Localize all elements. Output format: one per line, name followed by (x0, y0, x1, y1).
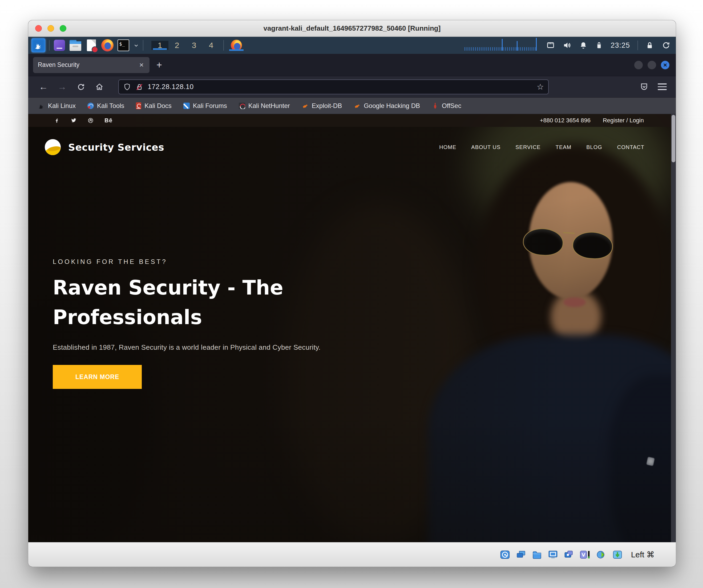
google-hacking-db-favicon (354, 102, 361, 109)
file-manager-icon (70, 42, 81, 51)
bookmark-label: Google Hacking DB (364, 102, 420, 109)
nav-contact[interactable]: CONTACT (617, 144, 644, 150)
network-tray-button[interactable] (546, 41, 555, 50)
vbox-display-indicator[interactable] (547, 550, 559, 560)
vbox-network-indicator[interactable] (516, 550, 527, 560)
bookmark-kali-linux[interactable]: Kali Linux (38, 102, 76, 109)
site-nav: HOME ABOUT US SERVICE TEAM BLOG CONTACT (439, 144, 644, 150)
cpu-activity-graph[interactable] (465, 39, 536, 52)
taskbar-firefox-window[interactable] (228, 40, 245, 51)
pocket-button[interactable] (640, 82, 649, 91)
bookmark-kali-tools[interactable]: Kali Tools (87, 102, 124, 109)
file-manager-button[interactable] (69, 39, 82, 52)
insecure-connection-indicator[interactable] (135, 83, 143, 91)
learn-more-button[interactable]: LEARN MORE (53, 365, 142, 389)
svg-text:V: V (581, 552, 585, 558)
vbox-host-capture-indicator[interactable] (612, 550, 623, 560)
hero-section: LOOKING FOR THE BEST? Raven Security - T… (53, 258, 362, 389)
nav-team[interactable]: TEAM (556, 144, 572, 150)
facebook-link[interactable] (54, 118, 60, 124)
kali-menu-button[interactable] (31, 39, 45, 52)
vbox-features-indicator[interactable]: V (579, 550, 591, 560)
new-tab-button[interactable]: + (156, 60, 162, 71)
twitter-link[interactable] (70, 117, 77, 124)
nav-service[interactable]: SERVICE (516, 144, 540, 150)
vbox-shared-folders-indicator[interactable] (531, 550, 543, 560)
bookmark-star-button[interactable]: ☆ (537, 82, 544, 91)
offsec-favicon (432, 102, 439, 109)
kali-nethunter-favicon (239, 102, 245, 109)
firefox-minimize-button[interactable] (634, 61, 643, 69)
vbox-mouse-integration-indicator[interactable] (596, 550, 607, 560)
macos-desktop: vagrant-kali_default_1649657277982_50460… (0, 0, 703, 588)
dribbble-link[interactable] (87, 117, 94, 124)
tab-raven-security[interactable]: Raven Security × (33, 57, 150, 73)
back-button[interactable]: ← (36, 79, 51, 95)
workspace-3[interactable]: 3 (185, 41, 203, 50)
app-grid-icon (54, 40, 65, 51)
workspace-4[interactable]: 4 (203, 41, 220, 50)
phone-number: +880 012 3654 896 (540, 117, 591, 124)
kali-docs-favicon (136, 102, 141, 109)
vbox-recording-indicator[interactable] (563, 550, 574, 560)
logout-icon (661, 41, 671, 50)
bookmark-offsec[interactable]: OffSec (432, 102, 461, 109)
firefox-close-button[interactable]: × (661, 61, 670, 69)
nav-home[interactable]: HOME (439, 144, 456, 150)
kali-linux-favicon (38, 102, 45, 109)
volume-tray-button[interactable] (562, 41, 572, 50)
url-bar[interactable]: 172.28.128.10 ☆ (118, 79, 549, 94)
panel-clock[interactable]: 23:25 (611, 41, 630, 50)
battery-tray-button[interactable] (595, 41, 603, 50)
text-editor-button[interactable] (85, 39, 97, 52)
firefox-maximize-button[interactable] (647, 61, 656, 69)
nav-about-us[interactable]: ABOUT US (471, 144, 500, 150)
home-button[interactable] (92, 79, 107, 95)
vbox-harddisk-indicator[interactable] (499, 550, 511, 560)
bookmark-kali-nethunter[interactable]: Kali NetHunter (239, 102, 290, 109)
terminal-icon: $_ (118, 40, 129, 51)
firefox-launcher-button[interactable] (101, 39, 113, 52)
vm-window-title: vagrant-kali_default_1649657277982_50460… (28, 24, 676, 32)
terminal-launcher-button[interactable]: $_ (117, 39, 130, 52)
bookmark-kali-forums[interactable]: Kali Forums (183, 102, 227, 109)
site-logo[interactable]: Security Services (45, 139, 164, 155)
workspace-switcher: 1 2 3 4 (151, 41, 220, 50)
bookmark-exploit-db[interactable]: Exploit-DB (302, 102, 342, 109)
kali-tools-favicon (87, 102, 94, 109)
workspace-1[interactable]: 1 (151, 41, 168, 50)
forward-button[interactable]: → (54, 79, 70, 95)
bookmark-label: Kali Forums (193, 102, 227, 109)
menu-button[interactable] (658, 83, 667, 90)
workspace-2[interactable]: 2 (168, 41, 185, 50)
nav-blog[interactable]: BLOG (586, 144, 602, 150)
tab-title: Raven Security (38, 61, 138, 69)
notifications-tray-button[interactable] (579, 41, 588, 50)
exploit-db-favicon (302, 102, 309, 109)
url-text[interactable]: 172.28.128.10 (148, 83, 533, 91)
bookmark-label: Exploit-DB (312, 102, 342, 109)
register-login-link[interactable]: Register / Login (603, 117, 644, 124)
tray-separator (637, 41, 638, 50)
reload-button[interactable] (73, 79, 88, 95)
tab-close-button[interactable]: × (138, 61, 145, 69)
firefox-icon (231, 40, 242, 51)
tracking-shield-icon (123, 83, 131, 91)
speaker-icon (562, 41, 572, 50)
hero-tagline: LOOKING FOR THE BEST? (53, 258, 362, 266)
bookmark-kali-docs[interactable]: Kali Docs (136, 102, 171, 109)
logout-button[interactable] (661, 41, 671, 50)
behance-link[interactable]: Bē (104, 117, 112, 124)
ethernet-icon (546, 41, 555, 50)
app-launcher-button[interactable] (53, 39, 66, 52)
launcher-dropdown-button[interactable] (133, 43, 139, 48)
vm-titlebar[interactable]: vagrant-kali_default_1649657277982_50460… (28, 20, 676, 37)
kali-forums-favicon (183, 102, 190, 109)
lock-screen-button[interactable] (645, 41, 654, 50)
scrollbar-thumb[interactable] (672, 115, 675, 162)
bookmark-google-hacking-db[interactable]: Google Hacking DB (354, 102, 420, 109)
battery-icon (595, 41, 603, 50)
hero-description: Established in 1987, Raven Security is a… (53, 343, 362, 352)
scrollbar[interactable] (671, 114, 676, 542)
brand-name: Security Services (68, 142, 164, 153)
